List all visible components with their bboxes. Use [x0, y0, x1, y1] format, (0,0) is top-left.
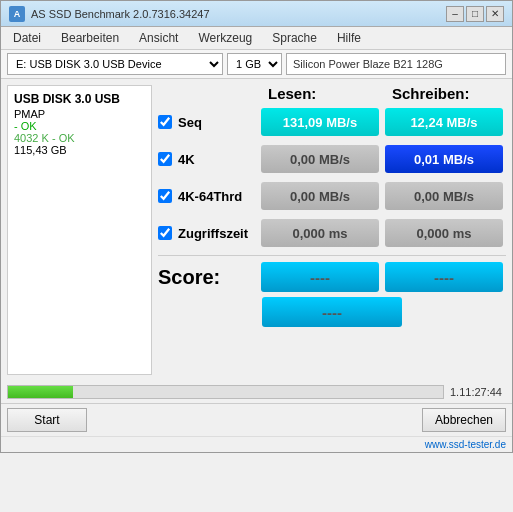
status2: 4032 K - OK — [14, 132, 145, 144]
menu-bar: Datei Bearbeiten Ansicht Werkzeug Sprach… — [1, 27, 512, 50]
score-total: ---- — [262, 297, 402, 327]
right-panel: Lesen: Schreiben: Seq 131,09 MB/s 12,24 … — [158, 85, 506, 375]
4k64-write-value: 0,00 MB/s — [385, 182, 503, 210]
menu-datei[interactable]: Datei — [5, 29, 49, 47]
4k64-checkbox[interactable] — [158, 189, 172, 203]
title-bar-buttons: – □ ✕ — [446, 6, 504, 22]
4k-write-value: 0,01 MB/s — [385, 145, 503, 173]
size-select[interactable]: 1 GB — [227, 53, 282, 75]
seq-write-value: 12,24 MB/s — [385, 108, 503, 136]
progress-bar-inner — [8, 386, 73, 398]
status1: - OK — [14, 120, 145, 132]
progress-area: 1.11:27:44 — [1, 381, 512, 403]
seq-checkbox[interactable] — [158, 115, 172, 129]
minimize-button[interactable]: – — [446, 6, 464, 22]
score-row: Score: ---- ---- — [158, 262, 506, 292]
disk-title: USB DISK 3.0 USB — [14, 92, 145, 106]
bench-label-4k: 4K — [158, 152, 258, 167]
access-checkbox[interactable] — [158, 226, 172, 240]
bench-label-access: Zugriffszeit — [158, 226, 258, 241]
watermark: www.ssd-tester.de — [1, 436, 512, 452]
bench-row-seq: Seq 131,09 MB/s 12,24 MB/s — [158, 106, 506, 138]
menu-bearbeiten[interactable]: Bearbeiten — [53, 29, 127, 47]
bench-label-seq: Seq — [158, 115, 258, 130]
score-read: ---- — [261, 262, 379, 292]
bench-header-spacer — [158, 85, 258, 102]
menu-sprache[interactable]: Sprache — [264, 29, 325, 47]
maximize-button[interactable]: □ — [466, 6, 484, 22]
window-title: AS SSD Benchmark 2.0.7316.34247 — [31, 8, 210, 20]
pmap-label: PMAP — [14, 108, 145, 120]
4k-read-value: 0,00 MB/s — [261, 145, 379, 173]
score-bottom: ---- — [158, 297, 506, 327]
bench-row-4k: 4K 0,00 MB/s 0,01 MB/s — [158, 143, 506, 175]
bench-row-4k64: 4K-64Thrd 0,00 MB/s 0,00 MB/s — [158, 180, 506, 212]
access-read-value: 0,000 ms — [261, 219, 379, 247]
4k-checkbox[interactable] — [158, 152, 172, 166]
seq-read-value: 131,09 MB/s — [261, 108, 379, 136]
access-write-value: 0,000 ms — [385, 219, 503, 247]
menu-hilfe[interactable]: Hilfe — [329, 29, 369, 47]
bottom-bar: Start Abbrechen — [1, 403, 512, 436]
score-label: Score: — [158, 266, 258, 289]
close-button[interactable]: ✕ — [486, 6, 504, 22]
menu-werkzeug[interactable]: Werkzeug — [190, 29, 260, 47]
left-panel: USB DISK 3.0 USB PMAP - OK 4032 K - OK 1… — [7, 85, 152, 375]
score-write: ---- — [385, 262, 503, 292]
read-header: Lesen: — [258, 85, 382, 102]
bench-header: Lesen: Schreiben: — [158, 85, 506, 102]
bench-label-4k64: 4K-64Thrd — [158, 189, 258, 204]
title-bar: A AS SSD Benchmark 2.0.7316.34247 – □ ✕ — [1, 1, 512, 27]
4k64-read-value: 0,00 MB/s — [261, 182, 379, 210]
disk-size: 115,43 GB — [14, 144, 145, 156]
title-bar-left: A AS SSD Benchmark 2.0.7316.34247 — [9, 6, 210, 22]
toolbar: E: USB DISK 3.0 USB Device 1 GB Silicon … — [1, 50, 512, 79]
progress-bar-outer — [7, 385, 444, 399]
menu-ansicht[interactable]: Ansicht — [131, 29, 186, 47]
start-button[interactable]: Start — [7, 408, 87, 432]
app-icon: A — [9, 6, 25, 22]
main-content: USB DISK 3.0 USB PMAP - OK 4032 K - OK 1… — [1, 79, 512, 381]
main-window: A AS SSD Benchmark 2.0.7316.34247 – □ ✕ … — [0, 0, 513, 453]
write-header: Schreiben: — [382, 85, 506, 102]
bench-row-access: Zugriffszeit 0,000 ms 0,000 ms — [158, 217, 506, 249]
device-select[interactable]: E: USB DISK 3.0 USB Device — [7, 53, 223, 75]
score-section: Score: ---- ---- ---- — [158, 255, 506, 327]
device-name-display: Silicon Power Blaze B21 128G — [286, 53, 506, 75]
time-display: 1.11:27:44 — [450, 386, 506, 398]
cancel-button[interactable]: Abbrechen — [422, 408, 506, 432]
